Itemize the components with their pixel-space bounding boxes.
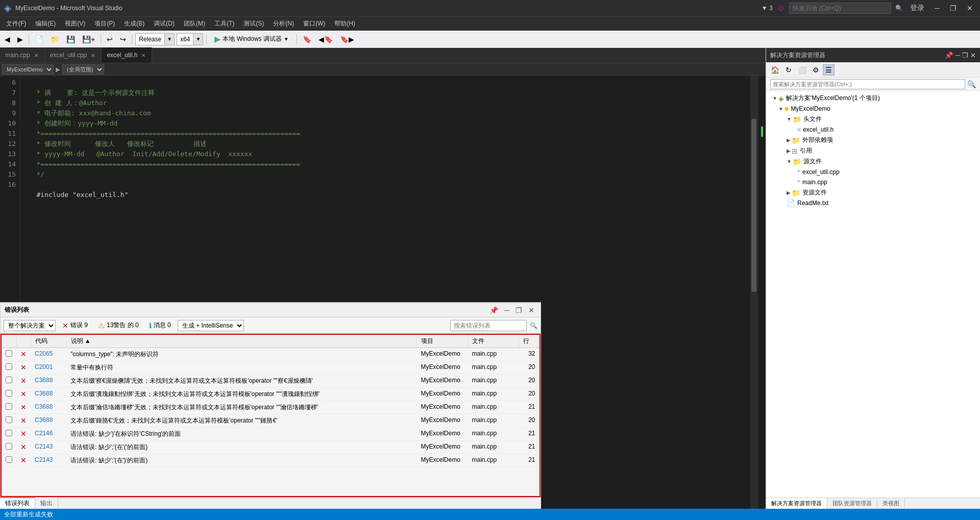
tab-close-excel-util-cpp[interactable]: ✕ <box>90 53 96 58</box>
row-checkbox-cell[interactable] <box>2 348 16 361</box>
panel-minimize-button[interactable]: ─ <box>502 306 511 314</box>
row-checkbox-cell[interactable] <box>2 414 16 428</box>
resources-expand-icon[interactable]: ▶ <box>787 190 791 195</box>
login-button[interactable]: 登录 <box>907 4 927 13</box>
external-expand-icon[interactable]: ▶ <box>787 137 791 143</box>
tree-solution-root[interactable]: ▼ ◈ 解决方案'MyExcelDemo'(1 个项目) <box>766 93 980 104</box>
row-code-cell[interactable]: C3688 <box>31 375 66 388</box>
menu-debug[interactable]: 调试(D) <box>150 17 179 30</box>
tree-file-main-cpp[interactable]: ⁺ main.cpp <box>766 177 980 187</box>
row-code-cell[interactable]: C3688 <box>31 414 66 428</box>
sol-tab-class-view[interactable]: 类视图 <box>877 498 905 509</box>
project-expand-icon[interactable]: ▼ <box>778 106 783 112</box>
tab-excel-util-cpp[interactable]: excel_util.cpp ✕ <box>45 47 102 63</box>
new-file-button[interactable]: 📄 <box>32 34 46 45</box>
forward-button[interactable]: ▶ <box>15 34 26 45</box>
sources-expand-icon[interactable]: ▼ <box>787 159 792 164</box>
solution-pin-button[interactable]: 📌 <box>945 52 953 59</box>
close-button[interactable]: ✕ <box>964 4 976 12</box>
row-checkbox-cell[interactable] <box>2 375 16 388</box>
menu-file[interactable]: 文件(F) <box>2 17 30 30</box>
error-count-badge[interactable]: ✕ 错误 9 <box>59 319 91 331</box>
menu-edit[interactable]: 编辑(E) <box>31 17 60 30</box>
row-code-cell[interactable]: C2143 <box>31 454 66 467</box>
error-code-link[interactable]: C2143 <box>35 443 53 450</box>
col-project[interactable]: 项目 <box>417 335 468 348</box>
sol-collapse-button[interactable]: ⬜ <box>795 64 809 76</box>
panel-tab-errors[interactable]: 错误列表 <box>0 498 35 509</box>
row-checkbox[interactable] <box>6 350 12 357</box>
error-code-link[interactable]: C2065 <box>35 350 53 357</box>
row-code-cell[interactable]: C2146 <box>31 428 66 441</box>
menu-window[interactable]: 窗口(W) <box>299 17 329 30</box>
undo-button[interactable]: ↩ <box>104 34 115 45</box>
error-code-link[interactable]: C3688 <box>35 377 53 384</box>
tree-file-readme[interactable]: 📄 ReadMe.txt <box>766 198 980 208</box>
solution-close-button[interactable]: ✕ <box>970 52 976 59</box>
row-checkbox[interactable] <box>6 416 12 423</box>
vertical-scrollbar[interactable] <box>750 76 757 509</box>
col-line[interactable]: 行 <box>519 335 540 348</box>
error-table-container[interactable]: 代码 说明 ▲ 项目 文件 行 ✕ C2065 "columns_type": … <box>1 334 541 497</box>
message-count-badge[interactable]: ℹ 消息 0 <box>145 319 175 331</box>
tree-folder-headers[interactable]: ▼ 📁 头文件 <box>766 114 980 125</box>
row-code-cell[interactable]: C2065 <box>31 348 66 361</box>
row-checkbox-cell[interactable] <box>2 441 16 454</box>
sol-view-button[interactable]: ☰ <box>823 64 835 76</box>
col-check[interactable] <box>2 335 16 348</box>
smiley-icon[interactable]: ☺ <box>777 4 785 13</box>
sol-refresh-button[interactable]: ↻ <box>783 64 794 76</box>
error-code-link[interactable]: C3688 <box>35 416 53 424</box>
error-code-link[interactable]: C3688 <box>35 403 53 410</box>
row-checkbox[interactable] <box>6 377 12 383</box>
menu-project[interactable]: 项目(P) <box>90 17 119 30</box>
platform-dropdown[interactable]: x64 ▼ <box>177 33 203 45</box>
col-icon[interactable] <box>16 335 31 348</box>
error-code-link[interactable]: C2146 <box>35 430 53 437</box>
warning-count-badge[interactable]: ⚠ 13警告 的 0 <box>94 319 142 331</box>
panel-tab-output[interactable]: 输出 <box>35 498 58 509</box>
panel-pin-button[interactable]: 📌 <box>487 306 500 314</box>
tab-excel-util-h[interactable]: excel_util.h ✕ <box>102 47 152 63</box>
minimize-button[interactable]: ─ <box>932 4 943 12</box>
tab-close-excel-util-h[interactable]: ✕ <box>140 53 146 58</box>
sol-properties-button[interactable]: ⚙ <box>810 64 822 76</box>
col-desc[interactable]: 说明 ▲ <box>66 335 417 348</box>
col-file[interactable]: 文件 <box>468 335 519 348</box>
row-checkbox[interactable] <box>6 443 12 450</box>
save-button[interactable]: 💾 <box>64 34 78 45</box>
row-code-cell[interactable]: C2143 <box>31 441 66 454</box>
error-code-link[interactable]: C3688 <box>35 390 53 397</box>
headers-expand-icon[interactable]: ▼ <box>787 116 792 122</box>
menu-view[interactable]: 视图(V) <box>61 17 89 30</box>
save-all-button[interactable]: 💾+ <box>80 34 97 45</box>
solution-search-input[interactable] <box>770 79 965 89</box>
row-code-cell[interactable]: C3688 <box>31 388 66 401</box>
menu-test[interactable]: 测试(S) <box>239 17 268 30</box>
tree-file-excel-util-h[interactable]: ≡ excel_util.h <box>766 125 980 135</box>
build-filter-select[interactable]: 生成 + IntelliSense <box>178 320 244 331</box>
tab-main-cpp[interactable]: main.cpp ✕ <box>0 47 45 63</box>
menu-analyze[interactable]: 分析(N) <box>269 17 298 30</box>
tree-file-excel-util-cpp[interactable]: ⁺ excel_util.cpp <box>766 167 980 177</box>
redo-button[interactable]: ↪ <box>117 34 129 45</box>
scope-select[interactable]: (全局范围) <box>62 64 104 75</box>
bookmark-next-button[interactable]: 🔖▶ <box>337 34 357 45</box>
row-checkbox[interactable] <box>6 456 12 463</box>
sol-tab-team-explorer[interactable]: 团队资源管理器 <box>827 498 877 509</box>
tab-close-main[interactable]: ✕ <box>33 53 39 58</box>
bookmark-button[interactable]: 🔖 <box>300 34 314 45</box>
run-debugger-button[interactable]: ▶ 本地 Windows 调试器 ▼ <box>210 33 293 45</box>
tree-folder-references[interactable]: ▶ ⊞ 引用 <box>766 145 980 156</box>
menu-help[interactable]: 帮助(H) <box>330 17 359 30</box>
restore-button[interactable]: ❐ <box>947 4 960 12</box>
solution-expand-icon[interactable]: ▼ <box>772 95 777 101</box>
error-code-link[interactable]: C2143 <box>35 456 53 463</box>
row-checkbox-cell[interactable] <box>2 361 16 375</box>
row-checkbox-cell[interactable] <box>2 401 16 414</box>
config-dropdown[interactable]: Release ▼ <box>135 33 175 45</box>
sol-home-button[interactable]: 🏠 <box>768 64 782 76</box>
error-filter-select[interactable]: 整个解决方案 <box>4 320 56 331</box>
row-checkbox-cell[interactable] <box>2 428 16 441</box>
row-checkbox[interactable] <box>6 430 12 436</box>
